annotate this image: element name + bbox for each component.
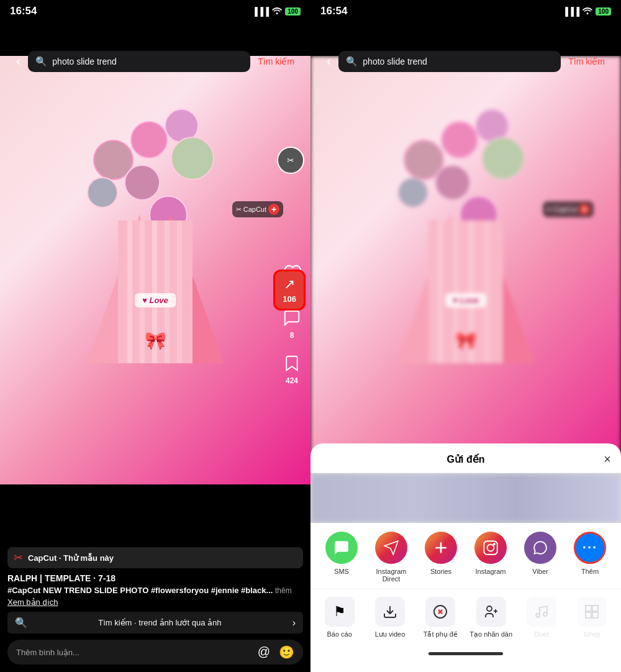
share-item-stories[interactable]: Stories: [419, 532, 463, 575]
report-icon: ⚑: [333, 604, 346, 620]
share-item-sms[interactable]: SMS: [320, 532, 363, 575]
ribbon: 🎀: [145, 330, 166, 351]
video-title: RALPH | TEMPLATE · 7-18: [7, 573, 303, 583]
ghep-label: Ghep: [584, 630, 601, 638]
flower-5: [124, 165, 160, 201]
bouquet-left: ♥ Love 🎀: [56, 102, 255, 413]
save-video-label: Lưu video: [375, 630, 406, 638]
status-icons-right: ▐▐▐ 100: [563, 7, 611, 16]
svg-rect-14: [586, 612, 591, 618]
share-item-viber[interactable]: Viber: [519, 532, 562, 575]
captions-icon: [433, 604, 448, 619]
stories-label: Stories: [430, 568, 451, 575]
capcut-logo-text: ✂ CapCut: [236, 206, 266, 214]
time-left: 16:54: [10, 5, 37, 17]
comment-wrap[interactable]: 8: [281, 307, 303, 340]
search-value-right: photo slide trend: [363, 57, 553, 66]
video-placeholder-left: ♥ Love 🎀 ✂ CapCut + 1864: [0, 56, 310, 484]
action-item-create-label[interactable]: Tạo nhãn dán: [469, 597, 513, 638]
duet-label: Duet: [534, 630, 548, 638]
bouquet-right: ♥ Love 🎀: [366, 102, 565, 413]
comment-bar[interactable]: Thêm bình luận... @ 🙂: [7, 640, 303, 665]
action-item-report[interactable]: ⚑ Báo cáo: [318, 597, 361, 638]
status-bar-right: 16:54 ▐▐▐ 100: [310, 0, 621, 20]
video-avatar[interactable]: ✂: [277, 147, 304, 174]
search-icon-left: 🔍: [35, 56, 47, 67]
action-item-save-video[interactable]: Lưu video: [368, 597, 412, 638]
ribbon-r: 🎀: [455, 330, 477, 351]
flower-r2: [441, 121, 478, 158]
back-button-left[interactable]: ‹: [12, 51, 24, 72]
left-panel: 16:54 ▐▐▐ 100 ‹ 🔍 photo slide trend Tìm …: [0, 0, 310, 672]
share-item-more[interactable]: ··· Thêm: [568, 532, 612, 575]
more-text[interactable]: thêm: [275, 586, 292, 595]
ghep-icon: [584, 604, 599, 619]
share-sheet: Gửi đến × SMS: [310, 374, 621, 672]
create-label-icon-box: [476, 597, 506, 627]
search-button-right[interactable]: Tìm kiếm: [564, 54, 609, 69]
search-bar-right: ‹ 🔍 photo slide trend Tìm kiếm: [317, 27, 615, 72]
right-panel: 16:54 ▐▐▐ 100 ‹ 🔍 photo slide trend Tìm …: [310, 0, 621, 672]
svg-point-1: [587, 12, 589, 14]
report-label: Báo cáo: [327, 630, 351, 638]
capcut-promo-bar[interactable]: ✂ CapCut · Thử mẫu này: [7, 547, 303, 568]
viber-label: Viber: [532, 568, 548, 575]
capcut-plus-right[interactable]: +: [579, 204, 590, 215]
svg-point-10: [536, 614, 540, 617]
see-translation[interactable]: Xem bản dịch: [7, 597, 303, 607]
search-trend-text: Tìm kiếm · trend ảnh lướt qua ảnh: [98, 618, 221, 627]
preview-blur: [310, 473, 621, 523]
share-modal: Gửi đến × SMS: [310, 443, 621, 672]
flower-r5: [435, 165, 471, 201]
wifi-icon-right: [582, 7, 592, 16]
svg-rect-2: [484, 541, 497, 555]
search-icon-right: 🔍: [346, 56, 358, 67]
captions-icon-box: [425, 597, 455, 627]
share-count: 106: [283, 294, 296, 304]
search-input-wrap-right[interactable]: 🔍 photo slide trend: [338, 51, 561, 72]
create-label-icon: [484, 604, 499, 619]
signal-icon-right: ▐▐▐: [563, 7, 580, 16]
ig-direct-label: Instagram Direct: [369, 568, 413, 583]
status-icons-left: ▐▐▐ 100: [252, 7, 301, 16]
capcut-plus-left[interactable]: +: [268, 204, 279, 215]
comment-placeholder[interactable]: Thêm bình luận...: [16, 648, 252, 657]
share-icons-row: SMS Instagram Direct Stories: [310, 523, 621, 586]
bookmark-wrap[interactable]: 424: [281, 352, 303, 385]
search-input-wrap-left[interactable]: 🔍 photo slide trend: [28, 51, 250, 72]
wrap-paper: ♥ Love 🎀: [87, 202, 224, 363]
viber-icon-circle: [524, 532, 556, 564]
search-button-left[interactable]: Tìm kiếm: [254, 54, 298, 69]
ig-icon-circle: [474, 532, 507, 564]
love-label-r: ♥ Love: [445, 293, 486, 307]
modal-title: Gửi đến: [447, 453, 485, 465]
modal-close-button[interactable]: ×: [604, 452, 611, 466]
share-button-wrap[interactable]: ↗ 106: [273, 270, 306, 311]
comment-icons: @ 🙂: [258, 645, 294, 660]
sms-label: SMS: [334, 568, 349, 575]
svg-rect-15: [592, 612, 598, 618]
share-item-instagram[interactable]: Instagram: [469, 532, 512, 575]
video-area-left: ♥ Love 🎀 ✂ CapCut + 1864: [0, 56, 310, 484]
share-button[interactable]: ↗ 106: [273, 270, 306, 311]
modal-header: Gửi đến ×: [310, 443, 621, 473]
love-label: ♥ Love: [135, 293, 176, 307]
search-value-left: photo slide trend: [52, 57, 243, 66]
share-item-ig-direct[interactable]: Instagram Direct: [369, 532, 413, 583]
capcut-logo-text-r: ✂ CapCut: [546, 206, 577, 214]
bookmark-count: 424: [286, 376, 298, 385]
sms-icon-circle: [325, 532, 358, 564]
hashtags: #CapCut NEW TREND SLIDE PHOTO #flowersfo…: [7, 586, 303, 595]
back-button-right[interactable]: ‹: [323, 51, 335, 72]
comment-count: 8: [290, 331, 294, 340]
at-icon[interactable]: @: [258, 645, 270, 660]
emoji-icon[interactable]: 🙂: [279, 645, 294, 660]
bookmark-icon[interactable]: [281, 352, 303, 375]
create-label-label: Tạo nhãn dán: [469, 630, 512, 638]
svg-point-3: [487, 545, 494, 552]
action-item-duet: Duet: [520, 597, 563, 638]
svg-point-7: [487, 606, 492, 611]
duet-icon: [534, 604, 549, 619]
action-item-captions[interactable]: Tắt phụ đề: [419, 597, 462, 638]
search-trend-bar[interactable]: 🔍 Tìm kiếm · trend ảnh lướt qua ảnh ›: [7, 612, 303, 633]
